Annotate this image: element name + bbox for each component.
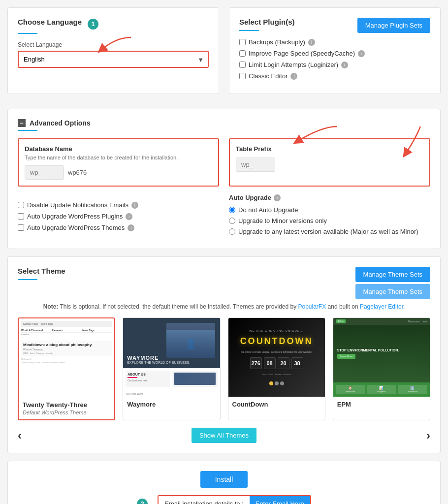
- advanced-options-title: Advanced Options: [30, 119, 91, 127]
- plugin-item-backuply: Backups (Backuply) i: [239, 38, 430, 46]
- theme-card-waymore[interactable]: WAYMORE EXPLORE THE WORLD OF BUSINESS. 👤: [123, 317, 220, 420]
- themes-grid: Sample Page More Tags Worth A Thousand E…: [18, 317, 430, 420]
- plugin-checkbox-speedycache[interactable]: [239, 50, 246, 57]
- info-icon-auto-upgrade-plugins[interactable]: i: [126, 213, 132, 220]
- select-plugins-title: Select Plugin(s): [239, 18, 295, 26]
- plugin-item-speedycache: Improve Page Speed (SpeedyCache) i: [239, 50, 430, 57]
- manage-plugin-sets-button[interactable]: Manage Plugin Sets: [357, 18, 430, 33]
- info-icon-speedycache[interactable]: i: [358, 50, 365, 57]
- email-label: Email installation details to :: [159, 496, 249, 504]
- info-icon-update-notifications[interactable]: i: [131, 202, 138, 209]
- theme-name-countdown: CountDown: [228, 397, 325, 409]
- info-icon-classic-editor[interactable]: i: [290, 73, 297, 80]
- auto-upgrade-radio-group: Do not Auto Upgrade Upgrade to Minor ver…: [229, 206, 430, 235]
- theme-name-twenty-twenty-three: Twenty Twenty-Three: [19, 397, 114, 410]
- minus-icon: −: [18, 119, 26, 127]
- plugin-item-loginizer: Limit Login Attempts (Loginizer) i: [239, 61, 430, 68]
- theme-card-epm[interactable]: EPM Newsroom Info STOP ENVIRONMENTAL POL…: [333, 317, 430, 420]
- table-prefix-label: Table Prefix: [236, 145, 423, 153]
- choose-language-title: Choose Language: [18, 18, 82, 26]
- plugin-checkbox-backuply[interactable]: [239, 39, 246, 45]
- language-select[interactable]: English French German Spanish: [18, 51, 209, 68]
- auto-upgrade-section: Auto Upgrade i Do not Auto Upgrade Upgra…: [229, 194, 430, 239]
- db-prefix-display: wp_: [25, 165, 64, 180]
- info-icon-backuply[interactable]: i: [308, 39, 315, 46]
- disable-update-notifications-checkbox[interactable]: Disable Update Notifications Emails i: [18, 201, 219, 209]
- manage-theme-sets-button-2[interactable]: Manage Theme Sets: [355, 284, 430, 299]
- plugin-list: Backups (Backuply) i Improve Page Speed …: [239, 38, 430, 80]
- next-themes-button[interactable]: ›: [426, 429, 430, 442]
- info-icon-auto-upgrade[interactable]: i: [274, 194, 281, 201]
- auto-upgrade-plugins-checkbox[interactable]: Auto Upgrade WordPress Plugins i: [18, 213, 219, 220]
- db-name-value: wp676: [68, 169, 87, 176]
- advanced-checkboxes: Disable Update Notifications Emails i Au…: [18, 201, 219, 239]
- plugin-item-classic-editor: Classic Editor i: [239, 72, 430, 80]
- theme-nav-buttons: ‹ Show All Themes ›: [18, 428, 430, 443]
- radio-do-not-auto-upgrade[interactable]: Do not Auto Upgrade: [229, 206, 430, 214]
- auto-upgrade-label: Auto Upgrade i: [229, 194, 430, 201]
- select-theme-title: Select Theme: [18, 267, 65, 275]
- install-button[interactable]: Install: [200, 471, 248, 488]
- theme-card-countdown[interactable]: WE ARE CREATING UNIQUE... COUNTDOWN we s…: [228, 317, 325, 420]
- email-installation-container: Email installation details to : Enter Em…: [158, 495, 311, 504]
- database-name-section: Database Name Type the name of the datab…: [18, 138, 219, 187]
- popularfx-link[interactable]: PopularFX: [298, 303, 326, 310]
- theme-name-waymore: Waymore: [123, 397, 220, 409]
- pagelayer-link[interactable]: Pagelayer Editor: [360, 303, 403, 310]
- plugin-checkbox-classic-editor[interactable]: [239, 73, 246, 79]
- theme-name-epm: EPM: [333, 397, 430, 409]
- radio-upgrade-all[interactable]: Upgrade to any latest version available …: [229, 228, 430, 235]
- info-icon-auto-upgrade-themes[interactable]: i: [128, 224, 134, 231]
- prev-themes-button[interactable]: ‹: [18, 429, 22, 442]
- plugin-checkbox-loginizer[interactable]: [239, 62, 246, 68]
- select-language-label: Select Language: [18, 41, 209, 48]
- radio-upgrade-minor[interactable]: Upgrade to Minor versions only: [229, 217, 430, 224]
- step-1-badge: 1: [88, 19, 98, 30]
- show-all-themes-button[interactable]: Show All Themes: [192, 428, 256, 443]
- table-prefix-section: Table Prefix: [229, 138, 430, 187]
- manage-theme-sets-button[interactable]: Manage Theme Sets: [355, 267, 430, 282]
- info-icon-loginizer[interactable]: i: [341, 62, 348, 68]
- enter-email-button[interactable]: Enter Email Here: [250, 496, 310, 504]
- database-name-hint: Type the name of the database to be crea…: [25, 155, 212, 160]
- theme-desc-twenty-twenty-three: Default WordPress Theme: [19, 410, 114, 419]
- theme-card-twenty-twenty-three[interactable]: Sample Page More Tags Worth A Thousand E…: [18, 317, 115, 420]
- table-prefix-input[interactable]: [236, 158, 275, 172]
- database-name-label: Database Name: [25, 145, 212, 153]
- step-2-badge: 2: [137, 499, 148, 504]
- theme-note: Note: This is optional. If not selected,…: [18, 303, 430, 310]
- advanced-options-toggle[interactable]: − Advanced Options: [18, 119, 91, 127]
- auto-upgrade-themes-checkbox[interactable]: Auto Upgrade WordPress Themes i: [18, 224, 219, 231]
